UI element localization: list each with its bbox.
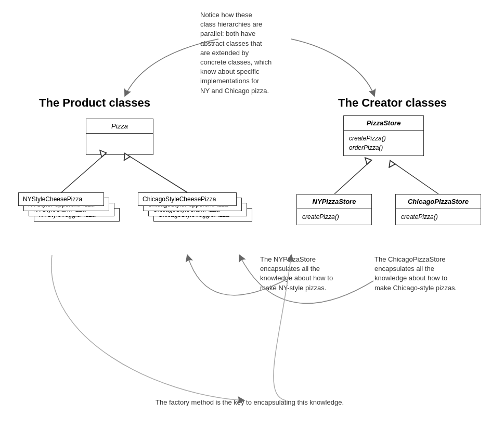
pizza-store-class-body: createPizza() orderPizza() — [344, 131, 423, 155]
create-pizza-method: createPizza() — [349, 134, 418, 143]
ny-cheese-box: NYStyleCheesePizza — [18, 192, 104, 206]
ny-annotation: The NYPizzaStoreencapsulates all theknow… — [260, 255, 343, 293]
product-classes-title: The Product classes — [39, 96, 150, 110]
chicago-store-body: createPizza() — [396, 209, 481, 225]
ny-store-title: NYPizzaStore — [297, 194, 371, 209]
pizza-class-box: Pizza — [86, 119, 153, 155]
chicago-store-box: ChicagoPizzaStore createPizza() — [395, 194, 481, 225]
chicago-cheese-box: ChicagoStyleCheesePizza — [138, 192, 237, 206]
factory-annotation: The factory method is the key to encapsu… — [138, 398, 361, 407]
creator-classes-title: The Creator classes — [338, 96, 447, 110]
ny-cheese-inherit-line — [61, 155, 104, 192]
pizza-store-class-title: PizzaStore — [344, 116, 423, 131]
ny-store-box: NYPizzaStore createPizza() — [296, 194, 372, 225]
chicago-annotation: The ChicagoPizzaStoreencapsulates all th… — [374, 255, 463, 293]
ny-store-body: createPizza() — [297, 209, 371, 225]
pizza-store-class-box: PizzaStore createPizza() orderPizza() — [343, 115, 424, 156]
chicago-store-inherit-line — [393, 162, 438, 194]
pizza-class-title: Pizza — [86, 119, 153, 134]
pizza-class-body — [86, 134, 153, 154]
diagram-container: The Product classes The Creator classes … — [0, 0, 504, 428]
chicago-store-title: ChicagoPizzaStore — [396, 194, 481, 209]
center-annotation: Notice how theseclass hierarchies arepar… — [200, 10, 304, 96]
chicago-cheese-inherit-line — [127, 155, 187, 192]
factory-left-arrow — [51, 255, 244, 400]
order-pizza-method: orderPizza() — [349, 143, 418, 152]
ny-store-inherit-line — [334, 162, 369, 194]
